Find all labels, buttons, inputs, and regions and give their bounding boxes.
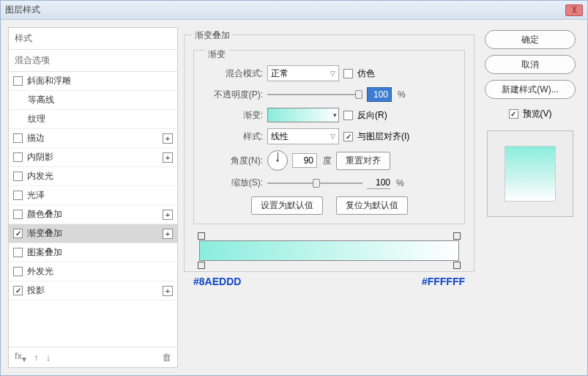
style-checkbox[interactable] <box>13 152 23 162</box>
subgroup-title: 渐变 <box>205 48 228 61</box>
angle-unit: 度 <box>323 155 332 167</box>
reset-default-button[interactable]: 复位为默认值 <box>336 196 408 215</box>
dither-label: 仿色 <box>357 67 375 80</box>
opacity-unit: % <box>398 89 406 100</box>
new-style-button[interactable]: 新建样式(W)... <box>485 80 576 99</box>
style-checkbox[interactable] <box>13 133 23 143</box>
style-label: 光泽 <box>27 189 173 202</box>
hex-right-label: #FFFFFF <box>422 276 465 287</box>
styles-header[interactable]: 样式 <box>9 28 177 50</box>
style-label: 纹理 <box>28 113 173 125</box>
fx-menu-icon[interactable]: fx▾ <box>15 350 26 364</box>
reset-align-button[interactable]: 重置对齐 <box>336 152 390 170</box>
preview-toggle-row: 预览(V) <box>509 108 552 120</box>
opacity-stop-right[interactable] <box>453 232 461 240</box>
style-label: 投影 <box>27 284 158 297</box>
arrow-up-icon[interactable]: ↑ <box>34 352 39 363</box>
style-item-2[interactable]: 纹理 <box>9 110 177 129</box>
align-checkbox[interactable] <box>343 132 353 141</box>
style-label: 内发光 <box>27 170 173 183</box>
chevron-down-icon: ▾ <box>333 111 337 119</box>
titlebar: 图层样式 ╳ <box>1 1 587 20</box>
reverse-checkbox[interactable] <box>343 111 353 120</box>
style-label: 内阴影 <box>27 151 158 163</box>
blend-mode-value: 正常 <box>271 67 289 80</box>
style-item-9[interactable]: 图案叠加 <box>9 243 177 262</box>
opacity-label: 不透明度(P): <box>206 89 263 101</box>
opacity-stop-left[interactable] <box>198 232 205 240</box>
style-checkbox[interactable] <box>13 191 23 200</box>
align-label: 与图层对齐(I) <box>357 130 409 143</box>
chevron-down-icon: ▽ <box>330 133 335 140</box>
gradient-editor[interactable]: #8AEDDD #FFFFFF <box>193 240 465 261</box>
hex-left-label: #8AEDDD <box>193 276 241 287</box>
style-item-4[interactable]: 内阴影+ <box>9 148 177 167</box>
style-item-8[interactable]: 渐变叠加+ <box>9 224 177 243</box>
add-effect-icon[interactable]: + <box>163 152 173 163</box>
style-value: 线性 <box>271 130 289 143</box>
style-checkbox[interactable] <box>13 248 23 257</box>
ok-button[interactable]: 确定 <box>485 30 576 49</box>
gradient-bar[interactable] <box>199 240 459 261</box>
opacity-slider[interactable] <box>267 94 362 95</box>
gradient-subgroup: 渐变 混合模式: 正常 ▽ 仿色 不透明度(P): <box>193 50 465 224</box>
scale-slider-thumb[interactable] <box>313 179 320 188</box>
style-checkbox[interactable] <box>13 267 23 276</box>
trash-icon[interactable]: 🗑 <box>162 352 171 363</box>
action-panel: 确定 取消 新建样式(W)... 预览(V) <box>480 27 580 368</box>
scale-value[interactable]: 100 <box>367 177 390 189</box>
opacity-slider-thumb[interactable] <box>355 90 362 99</box>
style-label: 样式: <box>206 130 263 143</box>
add-effect-icon[interactable]: + <box>163 210 173 220</box>
dialog-title: 图层样式 <box>5 4 40 16</box>
scale-slider[interactable] <box>267 183 362 184</box>
style-item-10[interactable]: 外发光 <box>9 262 177 281</box>
style-label: 外发光 <box>27 265 173 278</box>
style-label: 描边 <box>27 132 158 144</box>
add-effect-icon[interactable]: + <box>163 229 173 239</box>
dialog-content: 样式 混合选项 斜面和浮雕等高线纹理描边+内阴影+内发光光泽颜色叠加+渐变叠加+… <box>1 20 587 375</box>
style-item-1[interactable]: 等高线 <box>9 91 177 110</box>
preview-swatch <box>505 146 556 202</box>
preview-checkbox[interactable] <box>509 109 518 119</box>
angle-dial[interactable] <box>267 150 288 171</box>
chevron-down-icon: ▽ <box>330 70 335 77</box>
angle-label: 角度(N): <box>206 155 263 167</box>
style-select[interactable]: 线性 ▽ <box>267 128 339 144</box>
style-item-7[interactable]: 颜色叠加+ <box>9 205 177 224</box>
angle-value[interactable]: 90 <box>292 153 317 168</box>
style-item-5[interactable]: 内发光 <box>9 167 177 186</box>
dither-checkbox[interactable] <box>343 69 353 78</box>
gradient-swatch[interactable]: ▾ <box>267 108 339 122</box>
preview-box <box>487 130 573 217</box>
style-label: 斜面和浮雕 <box>27 75 173 87</box>
cancel-button[interactable]: 取消 <box>485 55 576 74</box>
color-stop-left[interactable] <box>198 262 205 269</box>
blend-mode-select[interactable]: 正常 ▽ <box>267 65 339 81</box>
style-checkbox[interactable] <box>13 286 23 295</box>
style-item-3[interactable]: 描边+ <box>9 129 177 148</box>
opacity-value[interactable]: 100 <box>367 87 392 102</box>
styles-panel: 样式 混合选项 斜面和浮雕等高线纹理描边+内阴影+内发光光泽颜色叠加+渐变叠加+… <box>8 27 178 368</box>
scale-label: 缩放(S): <box>206 177 263 189</box>
styles-footer: fx▾ ↑ ↓ 🗑 <box>9 347 177 367</box>
blend-mode-label: 混合模式: <box>206 67 263 80</box>
style-checkbox[interactable] <box>13 210 23 219</box>
style-item-0[interactable]: 斜面和浮雕 <box>9 72 177 91</box>
color-stop-right[interactable] <box>453 262 461 269</box>
style-checkbox[interactable] <box>13 172 23 181</box>
gradient-overlay-panel: 渐变叠加 渐变 混合模式: 正常 ▽ 仿色 不透明度(P): <box>184 27 475 368</box>
style-checkbox[interactable] <box>13 229 23 238</box>
style-item-11[interactable]: 投影+ <box>9 281 177 301</box>
blend-options-header[interactable]: 混合选项 <box>9 50 177 72</box>
styles-list: 斜面和浮雕等高线纹理描边+内阴影+内发光光泽颜色叠加+渐变叠加+图案叠加外发光投… <box>9 72 177 347</box>
style-item-6[interactable]: 光泽 <box>9 186 177 205</box>
set-default-button[interactable]: 设置为默认值 <box>251 196 323 215</box>
style-label: 等高线 <box>28 94 173 106</box>
close-button[interactable]: ╳ <box>565 4 583 16</box>
add-effect-icon[interactable]: + <box>163 133 173 144</box>
add-effect-icon[interactable]: + <box>163 286 173 296</box>
layer-style-dialog: 图层样式 ╳ 样式 混合选项 斜面和浮雕等高线纹理描边+内阴影+内发光光泽颜色叠… <box>0 0 588 376</box>
arrow-down-icon[interactable]: ↓ <box>46 352 51 363</box>
style-checkbox[interactable] <box>13 76 23 86</box>
